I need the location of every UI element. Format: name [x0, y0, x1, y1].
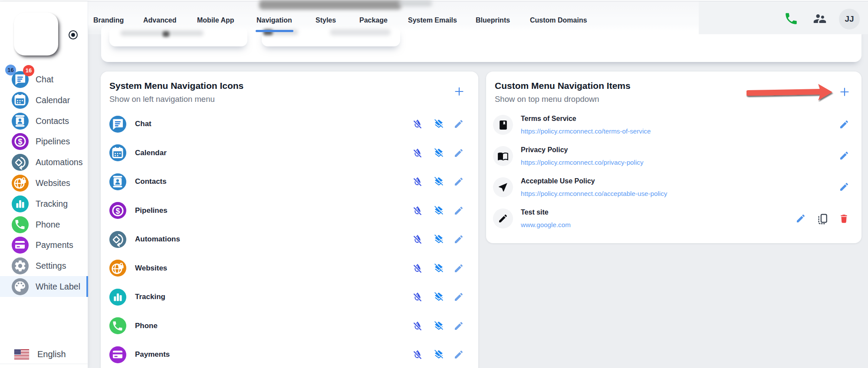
svg-text:$: $ [115, 206, 120, 215]
svg-text:$: $ [18, 137, 22, 146]
